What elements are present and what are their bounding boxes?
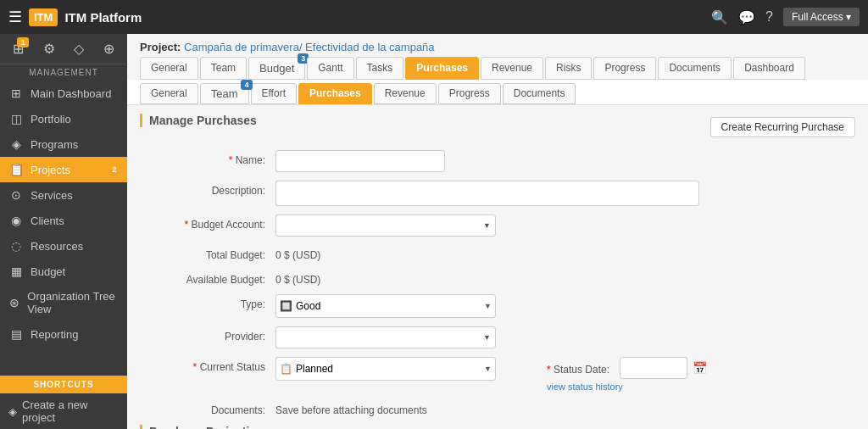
sidebar-item-label: Portfolio	[31, 113, 71, 125]
sidebar-item-label: Main Dashboard	[31, 87, 111, 100]
current-status-select-wrapper: 📋 Planned In Progress Completed ▼	[275, 357, 496, 381]
sidebar-item-label: Programs	[31, 138, 78, 151]
sidebar-item-label: Reporting	[31, 328, 78, 341]
provider-select[interactable]	[275, 326, 496, 348]
help-icon[interactable]: ?	[765, 9, 773, 25]
topbar-icons: 🔍 💬 ? Full Access ▾	[711, 8, 860, 26]
sub-tab-badge-4: 4	[241, 80, 252, 90]
tab-tasks[interactable]: Tasks	[356, 57, 404, 80]
tab-team[interactable]: Team	[200, 57, 247, 80]
view-status-history-link[interactable]: view status history	[547, 382, 707, 392]
available-budget-row: Available Budget: 0 $ (USD)	[140, 270, 855, 286]
type-select-wrapper: 🔲 Good Service ▼	[275, 294, 496, 318]
tab-progress[interactable]: Progress	[593, 57, 656, 80]
sidebar-item-main-dashboard[interactable]: ⊞ Main Dashboard	[0, 81, 127, 106]
type-icon: 🔲	[280, 300, 292, 312]
provider-row: Provider:	[140, 326, 855, 348]
current-status-label: Current Status	[140, 357, 275, 373]
tab-budget[interactable]: Budget 3	[248, 57, 305, 80]
type-select[interactable]: Good Service	[296, 297, 477, 315]
main-layout: ⊞ 1 ⚙ ◇ ⊕ MANAGEMENT ⊞ Main Dashboard ◫ …	[0, 34, 868, 429]
sidebar-item-clients[interactable]: ◉ Clients	[0, 208, 127, 233]
purchase-projection-title: Purchase Projection	[140, 425, 855, 429]
app-title: ITM Platform	[64, 10, 711, 25]
main-tabs: General Team Budget 3 Gantt Tasks Purcha…	[127, 57, 868, 80]
sidebar-section-label: MANAGEMENT	[0, 64, 127, 81]
tab-general[interactable]: General	[140, 57, 198, 80]
sidebar-item-reporting[interactable]: ▤ Reporting	[0, 321, 127, 347]
calendar-icon[interactable]: 📅	[693, 361, 707, 375]
sidebar-item-label: Organization Tree View	[27, 290, 119, 315]
sidebar-item-label: Resources	[31, 240, 83, 253]
sidebar-nav: ⊞ Main Dashboard ◫ Portfolio ◈ Programs …	[0, 81, 127, 376]
sidebar-item-label: Services	[31, 189, 73, 202]
provider-label: Provider:	[140, 326, 275, 343]
budget-account-select[interactable]	[275, 214, 496, 237]
sidebar-item-label: Clients	[31, 214, 64, 227]
sub-tab-progress[interactable]: Progress	[438, 83, 501, 104]
tab-risks[interactable]: Risks	[545, 57, 592, 80]
sidebar-item-portfolio[interactable]: ◫ Portfolio	[0, 106, 127, 131]
sub-tab-documents[interactable]: Documents	[503, 83, 576, 104]
sidebar-item-budget[interactable]: ▦ Budget	[0, 259, 127, 284]
tab-revenue[interactable]: Revenue	[481, 57, 543, 80]
status-date-label: Status Date:	[547, 361, 615, 376]
description-label: Description:	[140, 181, 275, 197]
provider-select-wrapper	[275, 326, 496, 348]
sidebar-item-org-tree[interactable]: ⊛ Organization Tree View	[0, 284, 127, 321]
sub-tab-general[interactable]: General	[140, 83, 198, 104]
chat-icon[interactable]: 💬	[738, 9, 755, 25]
status-row: Current Status 📋 Planned In Progress Com…	[140, 357, 855, 392]
settings-icon[interactable]: ⚙	[43, 41, 55, 57]
type-select-arrow-icon: ▼	[481, 302, 495, 310]
available-budget-value: 0 $ (USD)	[275, 270, 320, 286]
project-label: Project:	[140, 41, 181, 53]
sub-tab-revenue[interactable]: Revenue	[374, 83, 437, 104]
sub-tab-purchases[interactable]: Purchases	[298, 83, 372, 104]
description-row: Description:	[140, 181, 855, 206]
name-label: Name:	[140, 150, 275, 166]
tab-dashboard[interactable]: Dashboard	[733, 57, 805, 80]
sidebar-item-programs[interactable]: ◈ Programs	[0, 131, 127, 157]
sub-tab-effort[interactable]: Effort	[251, 83, 297, 104]
sidebar-item-label: Budget	[31, 265, 65, 278]
sidebar-item-resources[interactable]: ◌ Resources	[0, 233, 127, 259]
itm-logo: ITM	[29, 8, 58, 26]
sub-tab-team[interactable]: Team 4	[200, 83, 249, 104]
documents-value: Save before attaching documents	[275, 400, 427, 416]
sidebar-top-icons: ⊞ 1 ⚙ ◇ ⊕	[0, 34, 127, 64]
content-area: Project: Campaña de primavera/ Efectivid…	[127, 34, 868, 429]
current-status-select[interactable]: Planned In Progress Completed	[296, 359, 477, 378]
type-row: Type: 🔲 Good Service ▼	[140, 294, 855, 318]
shortcuts-label: SHORTCUTS	[0, 376, 127, 393]
search-icon[interactable]: 🔍	[711, 9, 728, 25]
budget-account-row: Budget Account:	[140, 214, 855, 237]
name-input[interactable]	[275, 150, 445, 172]
status-date-input[interactable]	[620, 357, 687, 379]
org-tree-icon: ⊛	[8, 296, 20, 309]
plus-circle-icon[interactable]: ⊕	[103, 41, 114, 57]
clients-icon: ◉	[8, 214, 24, 227]
tab-purchases[interactable]: Purchases	[405, 57, 479, 80]
project-name: Campaña de primavera/ Efectividad de la …	[184, 41, 435, 53]
badge-1: 1	[17, 37, 29, 47]
budget-icon: ▦	[8, 265, 24, 278]
sidebar-item-label: Projects	[31, 164, 70, 176]
menu-icon[interactable]: ☰	[8, 8, 22, 26]
sidebar-item-projects[interactable]: 📋 Projects 2	[0, 157, 127, 182]
grid-icon[interactable]: ⊞ 1	[13, 41, 24, 57]
sidebar: ⊞ 1 ⚙ ◇ ⊕ MANAGEMENT ⊞ Main Dashboard ◫ …	[0, 34, 127, 429]
sidebar-item-services[interactable]: ⊙ Services	[0, 182, 127, 208]
tab-documents[interactable]: Documents	[658, 57, 732, 80]
description-input[interactable]	[275, 181, 699, 206]
documents-label: Documents:	[140, 400, 275, 416]
full-access-button[interactable]: Full Access ▾	[783, 8, 860, 26]
diamond-icon[interactable]: ◇	[74, 41, 84, 57]
form-area: Manage Purchases Create Recurring Purcha…	[127, 105, 868, 429]
create-recurring-purchase-button[interactable]: Create Recurring Purchase	[710, 117, 855, 137]
tab-gantt[interactable]: Gantt	[307, 57, 353, 80]
shortcut-create-project[interactable]: ◈ Create a new project	[0, 393, 127, 429]
programs-icon: ◈	[8, 137, 24, 151]
name-row: Name:	[140, 150, 855, 172]
badge-2: 2	[108, 164, 120, 175]
